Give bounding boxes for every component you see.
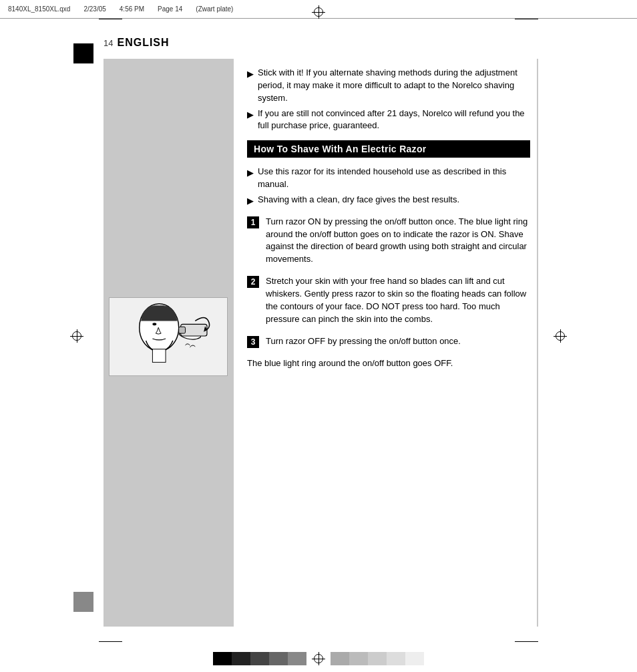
intro-triangle-1: ▶ xyxy=(247,167,254,180)
bullet-item-2: ▶ If you are still not convinced after 2… xyxy=(247,108,530,133)
step-text-3: Turn razor OFF by pressing the on/off bu… xyxy=(266,335,530,348)
intro-bullet-1: ▶ Use this razor for its intended househ… xyxy=(247,166,530,191)
gray-square-bottomleft xyxy=(73,592,93,612)
step-number-1: 1 xyxy=(247,216,259,228)
svg-rect-5 xyxy=(179,327,186,333)
page-number: 14 xyxy=(103,38,113,48)
header-page: Page 14 xyxy=(158,5,182,13)
svg-rect-3 xyxy=(152,349,166,363)
color-bar xyxy=(213,652,424,665)
shaving-illustration xyxy=(110,298,227,375)
illustration-box xyxy=(109,297,228,376)
top-center-crosshair xyxy=(312,5,325,19)
bullet-text-2: If you are still not convinced after 21 … xyxy=(258,108,530,133)
reg-line-bottom-left xyxy=(99,641,122,642)
reg-line-top-right xyxy=(515,19,538,19)
header-plate: (Zwart plate) xyxy=(196,5,233,13)
bullet-triangle-2: ▶ xyxy=(247,109,254,122)
intro-text-2: Shaving with a clean, dry face gives the… xyxy=(258,194,459,206)
black-square-topleft xyxy=(73,43,93,63)
bottom-crosshair xyxy=(312,652,325,665)
header-filename: 8140XL_8150XL.qxd xyxy=(8,5,70,13)
step-number-3: 3 xyxy=(247,336,259,348)
step-text-2: Stretch your skin with your free hand so… xyxy=(266,275,530,325)
intro-text-1: Use this razor for its intended househol… xyxy=(258,166,530,191)
left-crosshair xyxy=(70,329,83,343)
final-note: The blue light ring around the on/off bu… xyxy=(247,357,530,370)
intro-triangle-2: ▶ xyxy=(247,195,254,208)
header-time: 4:56 PM xyxy=(120,5,144,13)
step-number-2: 2 xyxy=(247,276,259,288)
step-3: 3 Turn razor OFF by pressing the on/off … xyxy=(247,335,530,348)
swatch-1 xyxy=(213,652,232,665)
section-header: How To Shave With An Electric Razor xyxy=(247,140,530,158)
separator-right xyxy=(537,59,538,627)
header-date: 2/23/05 xyxy=(83,5,105,13)
step-1: 1 Turn razor ON by pressing the on/off b… xyxy=(247,216,530,266)
svg-point-2 xyxy=(152,323,156,325)
intro-bullets: ▶ Use this razor for its intended househ… xyxy=(247,166,530,208)
swatch-4 xyxy=(269,652,288,665)
swatch-7 xyxy=(349,652,368,665)
swatch-9 xyxy=(387,652,405,665)
step-text-1: Turn razor ON by pressing the on/off but… xyxy=(266,216,530,266)
step-2: 2 Stretch your skin with your free hand … xyxy=(247,275,530,325)
swatch-8 xyxy=(368,652,387,665)
reg-line-bottom-right xyxy=(515,641,538,642)
bullet-text-1: Stick with it! If you alternate shaving … xyxy=(258,67,530,105)
swatch-10 xyxy=(405,652,424,665)
page-title: ENGLISH xyxy=(117,37,169,49)
bullet-triangle-1: ▶ xyxy=(247,68,254,81)
right-crosshair xyxy=(554,329,567,343)
swatch-6 xyxy=(331,652,349,665)
bullet-section-1: ▶ Stick with it! If you alternate shavin… xyxy=(247,67,530,132)
swatch-2 xyxy=(232,652,250,665)
swatch-3 xyxy=(250,652,269,665)
intro-bullet-2: ▶ Shaving with a clean, dry face gives t… xyxy=(247,194,530,208)
reg-line-top-left xyxy=(99,19,122,19)
bullet-item-1: ▶ Stick with it! If you alternate shavin… xyxy=(247,67,530,105)
main-content: ▶ Stick with it! If you alternate shavin… xyxy=(247,59,530,369)
swatch-5 xyxy=(288,652,306,665)
page-title-area: 14 ENGLISH xyxy=(103,37,170,49)
